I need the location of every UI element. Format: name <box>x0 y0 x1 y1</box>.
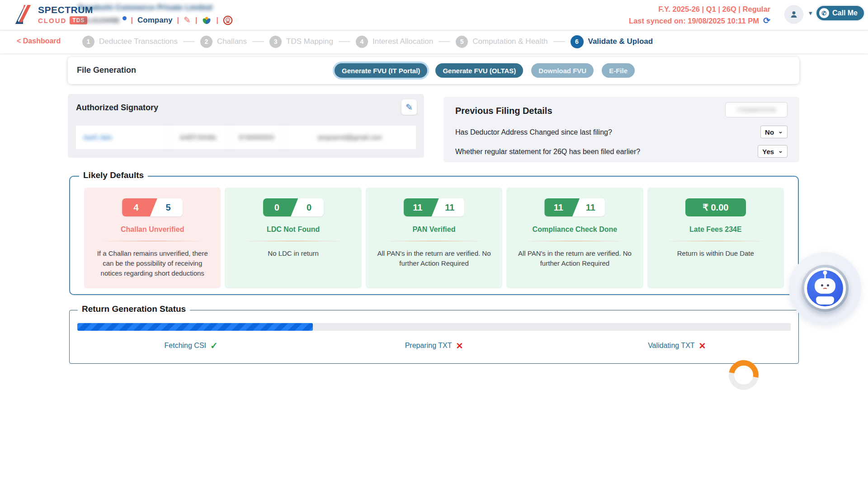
pan-verified-card: 11 11 PAN Verified All PAN's in the retu… <box>366 188 502 288</box>
ldc-not-found-card: 0 0 LDC Not Found No LDC in return <box>225 188 361 288</box>
signatory-phone: 9740000003 <box>229 126 283 149</box>
company-tan: CALS12345E <box>78 16 120 24</box>
company-label: Company <box>137 16 172 25</box>
ratio-badge: 11 11 <box>544 198 605 216</box>
step-connector <box>252 41 264 42</box>
card-title: Late Fees 234E <box>647 225 784 234</box>
step-tds-mapping[interactable]: 3 TDS Mapping <box>269 36 333 48</box>
last-synced-text: Last synced on: 19/08/2025 10:11 PM <box>629 17 759 25</box>
card-description: No LDC in return <box>232 249 354 258</box>
regular-statement-select[interactable]: Yes ⌄ <box>758 145 788 158</box>
step-number: 6 <box>571 35 584 48</box>
chevron-down-icon: ⌄ <box>778 128 783 135</box>
step-number: 1 <box>82 36 94 48</box>
user-avatar[interactable] <box>784 5 803 24</box>
step-number: 4 <box>356 36 368 48</box>
edit-company-icon[interactable]: ✎ <box>184 15 191 25</box>
previous-receipt-number[interactable]: 770000070705 <box>725 102 788 117</box>
step-validate-upload[interactable]: 6 Validate & Upload <box>571 35 653 48</box>
signatory-name: Aarti Jain <box>76 126 168 149</box>
chatbot-widget[interactable] <box>789 252 861 324</box>
chevron-down-icon: ⌄ <box>778 147 783 154</box>
previous-filing-panel: Previous Filing Details 770000070705 Has… <box>443 97 799 162</box>
step-interest-allocation[interactable]: 4 Interest Allocation <box>356 36 433 48</box>
previous-filing-title: Previous Filing Details <box>455 106 552 116</box>
generate-fvu-it-portal-button[interactable]: Generate FVU (IT Portal) <box>335 63 427 78</box>
traces-portal-icon[interactable] <box>202 15 212 25</box>
signatory-pan: AAEPJ5436L <box>168 126 229 149</box>
call-me-label: Call Me <box>832 9 858 17</box>
phone-icon: ✆ <box>819 8 829 18</box>
download-fvu-button[interactable]: Download FVU <box>531 63 594 78</box>
step-connector <box>339 41 350 42</box>
amount-badge: ₹ 0.00 <box>685 198 746 216</box>
generate-fvu-oltas-button[interactable]: Generate FVU (OLTAS) <box>435 63 523 78</box>
brand-sub: CLOUD <box>38 17 66 24</box>
likely-defaults-title: Likely Defaults <box>79 170 148 180</box>
card-description: All PAN's in the return are verified. No… <box>373 249 495 268</box>
separator: | <box>216 16 218 24</box>
e-file-button[interactable]: E-File <box>602 63 635 78</box>
status-preparing-txt: Preparing TXT ✕ <box>312 340 555 351</box>
return-status-title: Return Generation Status <box>78 304 190 314</box>
status-fetching-csi: Fetching CSI ✓ <box>70 340 312 351</box>
card-description: If a Challan remains unverified, there c… <box>91 249 213 278</box>
back-to-dashboard-link[interactable]: < Dashboard <box>17 37 61 45</box>
authorized-signatory-title: Authorized Signatory <box>76 103 158 113</box>
card-title: LDC Not Found <box>225 225 361 234</box>
income-tax-portal-icon[interactable] <box>223 15 233 25</box>
separator: | <box>131 16 133 24</box>
company-block: Swadeshi Commerce Private Limited CALS12… <box>78 3 233 25</box>
step-connector <box>439 41 450 42</box>
file-generation-card: File Generation Generate FVU (IT Portal)… <box>68 57 799 84</box>
progress-bar-fill <box>77 323 313 331</box>
status-validating-txt: Validating TXT ✕ <box>556 340 798 351</box>
card-description: All PAN's in the return are verified. No… <box>514 249 636 268</box>
card-title: PAN Verified <box>366 225 502 234</box>
step-computation-health[interactable]: 5 Computation & Health <box>456 36 547 48</box>
file-generation-title: File Generation <box>77 66 136 75</box>
filing-context-line1: F.Y. 2025-26 | Q1 | 26Q | Regular <box>629 4 770 15</box>
sync-refresh-icon[interactable]: ⟳ <box>763 15 770 26</box>
step-connector <box>183 41 195 42</box>
likely-defaults-section: Likely Defaults 4 5 Challan Unverified I… <box>69 176 799 295</box>
step-number: 3 <box>269 36 282 48</box>
step-number: 2 <box>200 36 212 48</box>
address-changed-question: Has Deductor Address Changed since last … <box>455 128 612 136</box>
compliance-check-card: 11 11 Compliance Check Done All PAN's in… <box>506 188 643 288</box>
step-challans[interactable]: 2 Challans <box>200 36 247 48</box>
top-header: SPECTRUM CLOUD TDS Swadeshi Commerce Pri… <box>0 0 868 30</box>
separator: | <box>195 16 197 24</box>
late-fees-card: ₹ 0.00 Late Fees 234E Return is within D… <box>647 188 784 288</box>
ratio-badge: 4 5 <box>122 198 183 216</box>
step-connector <box>553 41 565 42</box>
robot-icon <box>807 270 843 306</box>
cross-icon: ✕ <box>456 341 463 351</box>
progress-bar <box>77 323 791 331</box>
authorized-signatory-panel: Authorized Signatory ✎ Aarti Jain AAEPJ5… <box>68 94 424 158</box>
card-title: Compliance Check Done <box>506 225 643 234</box>
account-menu-caret-icon[interactable]: ▾ <box>809 9 812 17</box>
card-description: Return is within Due Date <box>655 249 777 258</box>
step-number: 5 <box>456 36 468 48</box>
challan-unverified-card: 4 5 Challan Unverified If a Challan rema… <box>84 188 221 288</box>
edit-signatory-button[interactable]: ✎ <box>401 99 417 115</box>
card-title: Challan Unverified <box>84 225 221 234</box>
signatory-email: aisqsarmd@gmail.com <box>283 126 416 149</box>
cross-icon: ✕ <box>699 341 706 351</box>
company-name: Swadeshi Commerce Private Limited <box>78 3 233 12</box>
ratio-badge: 0 0 <box>263 198 324 216</box>
divider <box>662 241 769 241</box>
signatory-row: Aarti Jain AAEPJ5436L 9740000003 aisqsar… <box>76 126 416 149</box>
call-me-button[interactable]: ✆ Call Me <box>816 6 864 20</box>
pencil-icon: ✎ <box>406 102 413 113</box>
person-icon <box>788 9 799 20</box>
step-deductee-transactions[interactable]: 1 Deductee Transactions <box>82 36 178 48</box>
check-icon: ✓ <box>210 340 218 351</box>
address-changed-select[interactable]: No ⌄ <box>760 126 788 138</box>
regular-statement-question: Whether regular statement for 26Q has be… <box>455 148 640 156</box>
divider <box>99 241 206 241</box>
brand-logo-icon <box>13 4 33 25</box>
wizard-stepper: < Dashboard 1 Deductee Transactions 2 Ch… <box>0 30 868 53</box>
divider <box>381 241 487 241</box>
